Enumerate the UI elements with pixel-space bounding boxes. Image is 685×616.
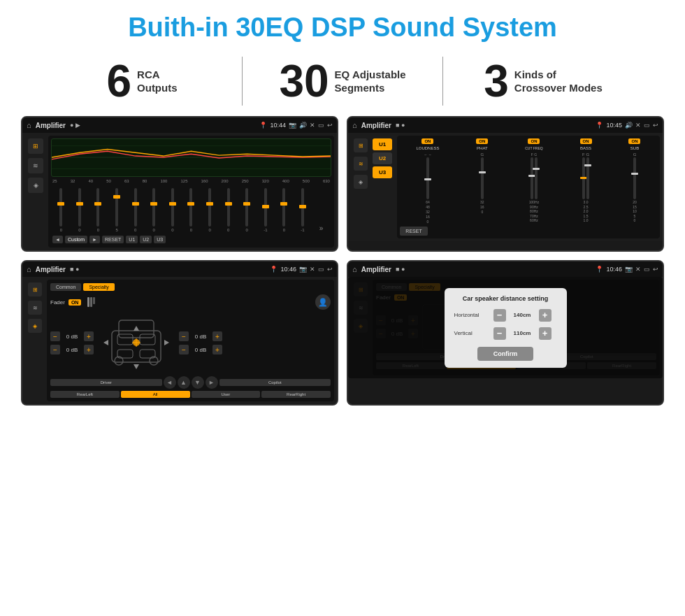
car-speaker-layout: − 0 dB + − 0 dB +: [50, 313, 331, 373]
stat-label-crossover: Kinds ofCrossover Modes: [514, 68, 603, 95]
custom-btn[interactable]: Custom: [65, 236, 87, 243]
all-btn[interactable]: All: [121, 391, 190, 398]
home-icon-3[interactable]: ⌂: [27, 265, 31, 273]
confirm-button[interactable]: Confirm: [477, 347, 533, 361]
left-arrow-btn[interactable]: ◄: [164, 376, 176, 389]
dialog-title: Car speaker distance setting: [454, 295, 557, 302]
eq-wave-icon[interactable]: ≋: [28, 158, 43, 173]
dialog-box: Car speaker distance setting Horizontal …: [445, 288, 567, 368]
u2-btn[interactable]: U2: [373, 152, 392, 164]
screen-dialog: ⌂ Amplifier ■ ● 📍 10:46 📷 ✕ ▭ ↩ ⊞ ≋ ◈ Co…: [347, 260, 664, 406]
svg-marker-16: [164, 340, 169, 345]
right-speaker-controls: − 0 dB + − 0 dB +: [179, 331, 222, 354]
sp-plus-tr[interactable]: +: [212, 331, 222, 341]
vertical-plus[interactable]: +: [539, 327, 551, 340]
user-btn[interactable]: User: [192, 391, 261, 398]
dots-4: ■ ●: [396, 266, 405, 273]
cutfreq-toggle[interactable]: ON: [528, 138, 540, 144]
sp-plus-bl[interactable]: +: [84, 345, 94, 354]
vertical-label: Vertical: [454, 330, 489, 336]
u1-btn-1[interactable]: U1: [126, 236, 138, 243]
fader-speaker-icon2[interactable]: ◈: [28, 319, 42, 333]
prev-btn[interactable]: ◄: [52, 236, 63, 243]
stat-rca: 6 RCAOutputs: [42, 59, 242, 103]
back-icon-2[interactable]: ↩: [653, 122, 658, 129]
car-diagram: [98, 313, 175, 373]
eq-bottom-controls: ◄ Custom ► RESET U1 U2 U3: [51, 234, 331, 245]
u3-btn[interactable]: U3: [373, 166, 392, 178]
sp-minus-tl[interactable]: −: [50, 331, 60, 341]
up-arrow-btn[interactable]: ▲: [178, 376, 190, 389]
left-speaker-controls: − 0 dB + − 0 dB +: [50, 331, 94, 354]
ch-loudness: ON LOUDNESS ~~ 644832160: [416, 138, 439, 224]
fader-wave-icon[interactable]: ≋: [28, 301, 42, 315]
slider-col-2: 0: [74, 188, 85, 232]
camera-icon-1: 📷: [289, 122, 296, 129]
u2-btn-1[interactable]: U2: [140, 236, 152, 243]
fader-filter-icon[interactable]: ⊞: [28, 282, 42, 296]
fader-person-icon[interactable]: 👤: [315, 294, 331, 310]
app-name-2: Amplifier: [361, 122, 391, 129]
driver-btn[interactable]: Driver: [50, 379, 162, 386]
home-icon-4[interactable]: ⌂: [352, 265, 357, 273]
loudness-label: LOUDNESS: [416, 146, 439, 150]
slider-col-9: 0: [204, 188, 215, 232]
reset-btn-2[interactable]: RESET: [400, 227, 428, 236]
home-icon-1[interactable]: ⌂: [27, 121, 31, 129]
screens-grid: ⌂ Amplifier ● ▶ 📍 10:44 📷 🔊 ✕ ▭ ↩ ⊞ ≋ ◈: [0, 116, 685, 420]
sp-plus-tl[interactable]: +: [84, 331, 94, 341]
sp-minus-bl[interactable]: −: [50, 345, 60, 354]
sub-toggle[interactable]: ON: [628, 138, 640, 144]
u1-btn[interactable]: U1: [373, 138, 392, 150]
tab-specialty[interactable]: Specialty: [83, 283, 114, 291]
u3-btn-1[interactable]: U3: [154, 236, 166, 243]
slider-col-3: 0: [92, 188, 103, 232]
home-icon-2[interactable]: ⌂: [352, 121, 357, 129]
amp-speaker-icon[interactable]: ◈: [354, 175, 368, 189]
phat-toggle[interactable]: ON: [476, 138, 488, 144]
sp-plus-br[interactable]: +: [212, 345, 222, 354]
dialog-overlay: Car speaker distance setting Horizontal …: [348, 277, 663, 378]
stat-eq: 30 EQ AdjustableSegments: [243, 59, 442, 103]
tab-common[interactable]: Common: [50, 283, 81, 291]
back-icon-1[interactable]: ↩: [327, 122, 333, 129]
back-icon-3[interactable]: ↩: [327, 266, 333, 273]
back-icon-4[interactable]: ↩: [653, 266, 658, 273]
time-1: 10:44: [270, 122, 286, 129]
dialog-screen-main: ⊞ ≋ ◈ Common Specialty Fader ON −0 dB+: [348, 277, 663, 378]
down-arrow-btn[interactable]: ▼: [192, 376, 204, 389]
slider-col-5: 0: [130, 188, 141, 232]
svg-marker-17: [134, 364, 139, 369]
sp-minus-br[interactable]: −: [179, 345, 189, 354]
sp-row-br: − 0 dB +: [179, 345, 222, 354]
time-3: 10:46: [280, 266, 296, 273]
horizontal-label: Horizontal: [454, 312, 489, 318]
sp-val-br: 0 dB: [191, 347, 210, 353]
loudness-toggle[interactable]: ON: [421, 138, 433, 144]
bass-toggle[interactable]: ON: [580, 138, 592, 144]
copilot-btn[interactable]: Copilot: [219, 379, 331, 386]
amp-main: ⊞ ≋ ◈ U1 U2 U3 ON LOUDNESS ~~: [348, 133, 663, 241]
sp-row-bl: − 0 dB +: [50, 345, 94, 354]
amp-wave-icon[interactable]: ≋: [354, 157, 368, 171]
time-2: 10:45: [606, 122, 622, 129]
status-bar-1: ⌂ Amplifier ● ▶ 📍 10:44 📷 🔊 ✕ ▭ ↩: [22, 117, 337, 133]
fader-sidebar: ⊞ ≋ ◈: [25, 280, 45, 401]
vertical-minus[interactable]: −: [493, 327, 506, 340]
play-btn[interactable]: ►: [89, 236, 100, 243]
rearright-btn[interactable]: RearRight: [261, 391, 331, 398]
eq-filter-icon[interactable]: ⊞: [28, 138, 43, 154]
eq-speaker-icon[interactable]: ◈: [28, 178, 43, 193]
minimize-icon-2: ▭: [644, 122, 650, 129]
more-icon[interactable]: »: [316, 224, 327, 232]
screen-eq: ⌂ Amplifier ● ▶ 📍 10:44 📷 🔊 ✕ ▭ ↩ ⊞ ≋ ◈: [21, 116, 338, 252]
right-arrow-btn[interactable]: ►: [206, 376, 218, 389]
reset-btn-1[interactable]: RESET: [102, 236, 124, 243]
horizontal-plus[interactable]: +: [539, 309, 551, 322]
status-bar-2: ⌂ Amplifier ■ ● 📍 10:45 🔊 ✕ ▭ ↩: [348, 117, 663, 133]
sp-minus-tr[interactable]: −: [179, 331, 189, 341]
rearleft-btn[interactable]: RearLeft: [50, 391, 120, 398]
horizontal-minus[interactable]: −: [493, 309, 506, 322]
amp-filter-icon[interactable]: ⊞: [354, 138, 368, 152]
close-icon-2: ✕: [635, 122, 641, 129]
